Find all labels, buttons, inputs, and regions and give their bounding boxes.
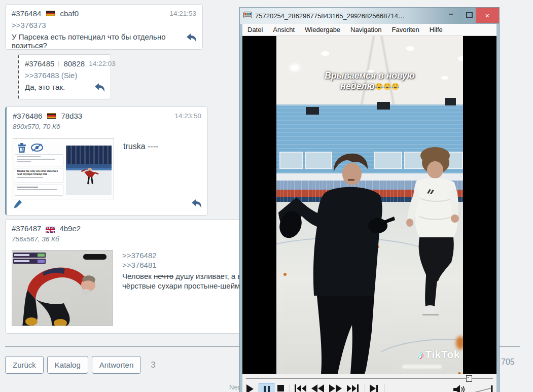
reply-count: 3	[151, 360, 155, 370]
post-thumbnail[interactable]	[12, 250, 113, 326]
rewind-button[interactable]	[311, 384, 325, 392]
russia-flag-icon	[58, 61, 59, 66]
menu-navigation[interactable]: Navigation	[345, 26, 386, 33]
post-count: 705	[501, 358, 515, 367]
skip-end-button[interactable]	[347, 384, 359, 392]
stop-button[interactable]	[277, 384, 284, 391]
play-button[interactable]	[246, 384, 254, 392]
window-titlebar[interactable]: 75720254_286296775843165_299268256687140…	[240, 8, 499, 24]
edit-pencil-icon[interactable]	[13, 199, 23, 211]
menu-favoriten[interactable]: Favoriten	[387, 26, 424, 33]
mpc-app-icon	[243, 11, 252, 21]
post-number[interactable]: #376487	[12, 224, 41, 233]
thumb-mini-post: Truska the only one who deserves next Ol…	[15, 168, 63, 183]
hide-eye-icon[interactable]	[30, 142, 44, 155]
transport-controls	[242, 382, 496, 392]
poster-id[interactable]: 78d33	[61, 112, 82, 120]
uk-flag-icon	[46, 226, 55, 232]
laugh-emoji-icon	[375, 82, 383, 90]
volume-mute-icon[interactable]	[452, 384, 467, 392]
quote-link[interactable]: >>376483 (Sie)	[25, 71, 77, 80]
menu-bar: Datei Ansicht Wiedergabe Navigation Favo…	[242, 24, 496, 36]
post-number[interactable]: #376485	[25, 59, 54, 68]
tiktok-username-blur	[402, 365, 442, 369]
catalog-button[interactable]: Katalog	[47, 356, 88, 374]
tiktok-note-icon: ♪	[417, 347, 423, 362]
minimize-button[interactable]: −	[445, 10, 456, 21]
post-376485: #376485 80828 14:22:03 >>376483 (Sie) Да…	[18, 54, 111, 99]
pause-button[interactable]	[259, 383, 274, 392]
germany-flag-icon	[47, 113, 56, 119]
laugh-emoji-icon	[392, 82, 399, 90]
post-thumbnail[interactable]: Truska the only one who deserves next Ol…	[13, 138, 114, 199]
reply-arrow-icon[interactable]	[186, 33, 197, 45]
window-title: 75720254_286296775843165_299268256687140…	[255, 12, 407, 20]
post-time: 14:21:53	[169, 10, 196, 17]
tiktok-video-frame: Врываемся в новую неделю ♪ TikTok	[276, 36, 463, 374]
media-player-window: 75720254_286296775843165_299268256687140…	[239, 7, 500, 392]
frame-step-button[interactable]	[370, 384, 378, 392]
post-time: 14:22:03	[89, 60, 116, 67]
post-text: У Парсека есть потенциал что бы отдельно…	[12, 32, 196, 50]
tiktok-logo: ♪ TikTok	[417, 347, 460, 362]
maximize-button[interactable]	[466, 12, 473, 18]
post-number[interactable]: #376484	[12, 9, 41, 18]
volume-slider[interactable]	[471, 384, 494, 392]
poster-id[interactable]: 4b9e2	[59, 224, 81, 233]
post-376484: #376484 cbaf0 14:21:53 >>376373 У Парсек…	[5, 4, 203, 50]
reply-arrow-icon[interactable]	[191, 199, 202, 211]
menu-wiedergabe[interactable]: Wiedergabe	[300, 26, 345, 33]
post-time: 14:23:50	[174, 112, 201, 120]
post-text: Да, это так.	[25, 83, 104, 91]
close-button[interactable]: ×	[476, 8, 499, 23]
back-button[interactable]: Zurück	[5, 356, 44, 374]
menu-ansicht[interactable]: Ansicht	[268, 26, 300, 33]
struck-text: нечто	[154, 272, 173, 280]
germany-flag-icon	[46, 11, 55, 16]
reply-arrow-icon[interactable]	[94, 83, 105, 95]
thumb-text: Truska the only one who deserves next Ol…	[17, 169, 61, 175]
post-number[interactable]: #376486	[13, 112, 42, 120]
post-text: truska ----	[123, 142, 158, 151]
thumb-rink-photo	[66, 146, 112, 195]
skip-start-button[interactable]	[295, 384, 307, 392]
seek-bar[interactable]	[242, 374, 496, 382]
poster-id[interactable]: cbaf0	[60, 9, 79, 18]
video-area[interactable]: Врываемся в новую неделю ♪ TikTok	[242, 36, 496, 374]
quote-link[interactable]: >>376373	[12, 21, 46, 29]
post-376486: #376486 78d33 14:23:50 890x570, 70 Кб Tr…	[5, 106, 208, 216]
menu-hilfe[interactable]: Hilfe	[424, 26, 448, 33]
menu-datei[interactable]: Datei	[242, 26, 268, 33]
thumb-mini-post	[15, 185, 63, 196]
seek-track[interactable]	[246, 378, 493, 379]
skaters-figures	[276, 117, 463, 374]
thumb-mini-post	[15, 154, 63, 166]
seek-thumb[interactable]	[466, 375, 472, 382]
laugh-emoji-icon	[383, 82, 391, 90]
reply-button[interactable]: Antworten	[92, 356, 141, 374]
poster-id[interactable]: 80828	[63, 59, 85, 68]
fast-forward-button[interactable]	[329, 384, 342, 392]
thumb-skater-photo	[12, 251, 113, 326]
file-info: 890x570, 70 Кб	[13, 123, 201, 130]
video-caption: Врываемся в новую неделю	[276, 70, 463, 92]
delete-trash-icon[interactable]	[16, 141, 27, 156]
